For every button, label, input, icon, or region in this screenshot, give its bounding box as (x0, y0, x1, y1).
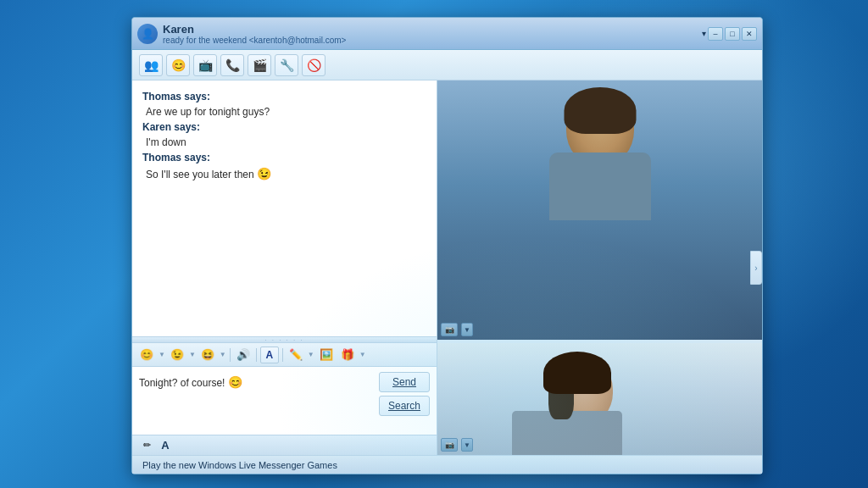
status-text: Play the new Windows Live Messenger Game… (142, 460, 337, 470)
video-dropdown-top[interactable]: ▼ (461, 323, 473, 336)
text-2: I'm down (142, 135, 426, 150)
sender-1: Thomas says: (142, 89, 426, 104)
emoticons-icon: 😊 (171, 58, 186, 72)
title-info: Karen ready for the weekend <karentoh@ho… (163, 23, 346, 45)
title-controls: ▾ – □ ✕ (702, 27, 757, 41)
dropdown-3-icon[interactable]: ▼ (220, 351, 226, 358)
video-bottom: 📷 ▼ (437, 343, 762, 455)
bottom-toolbar: ✏ A (132, 435, 437, 455)
dropdown-2-icon[interactable]: ▼ (189, 351, 196, 358)
main-toolbar: 👥 😊 📺 📞 🎬 🔧 🚫 (132, 50, 762, 80)
emoji-separator-2 (256, 348, 257, 362)
message-input-text: Tonight? of course! 😊 (139, 372, 374, 392)
collapse-video-button[interactable]: › (750, 251, 762, 285)
minimize-button[interactable]: – (708, 27, 723, 41)
text-1: Are we up for tonight guys? (142, 104, 426, 119)
video-top-feed (437, 80, 762, 340)
message-2: Karen says: I'm down (142, 119, 426, 150)
video-bottom-controls: 📷 ▼ (441, 438, 473, 452)
close-button[interactable]: ✕ (742, 27, 757, 41)
contact-avatar: 👤 (137, 24, 158, 44)
video-dropdown-bottom[interactable]: ▼ (461, 438, 473, 452)
wink-button[interactable]: 😉 (168, 347, 186, 363)
input-area: Tonight? of course! 😊 Send Search (132, 367, 437, 435)
phone-button[interactable]: 📞 (220, 54, 244, 76)
contact-name: Karen (163, 23, 346, 36)
message-3: Thomas says: So I'll see you later then … (142, 150, 426, 183)
camera-icon-top[interactable]: 📷 (441, 323, 458, 336)
input-wrapper: Tonight? of course! 😊 (139, 372, 374, 430)
volume-button[interactable]: 🔊 (234, 347, 253, 363)
video-button[interactable]: 📺 (193, 54, 217, 76)
font-bottom-icon[interactable]: A (158, 438, 173, 453)
title-bar-left: 👤 Karen ready for the weekend <karentoh@… (137, 23, 346, 45)
font-button[interactable]: A (260, 347, 279, 363)
dropdown-4-icon[interactable]: ▼ (308, 351, 314, 358)
video-top: 📷 ▼ (437, 80, 762, 343)
pencil-bottom-icon[interactable]: ✏ (139, 438, 154, 453)
dropdown-1-icon[interactable]: ▼ (159, 351, 165, 358)
sender-3: Thomas says: (142, 150, 426, 165)
arrow-down-icon: ▾ (702, 29, 706, 38)
sender-2: Karen says: (142, 119, 426, 135)
block-icon: 🚫 (307, 58, 321, 72)
status-bar: Play the new Windows Live Messenger Game… (132, 455, 762, 474)
laugh-button[interactable]: 😆 (198, 347, 217, 363)
video-icon: 📺 (198, 58, 213, 72)
contact-status: ready for the weekend <karentoh@hotmail.… (163, 36, 346, 45)
tools-button[interactable]: 🔧 (275, 54, 298, 76)
smiley-in-input: 😊 (228, 375, 242, 389)
messenger-window: 👤 Karen ready for the weekend <karentoh@… (131, 17, 763, 474)
chat-panel: Thomas says: Are we up for tonight guys?… (132, 80, 437, 455)
wink-emoji: 😉 (257, 165, 271, 183)
dropdown-5-icon[interactable]: ▼ (359, 351, 366, 358)
emoji-separator-3 (282, 348, 283, 362)
block-button[interactable]: 🚫 (302, 54, 326, 76)
pen-button[interactable]: ✏️ (287, 347, 305, 363)
text-3: So I'll see you later then 😉 (142, 165, 426, 183)
smiley-button[interactable]: 😊 (137, 347, 156, 363)
emoji-toolbar: 😊 ▼ 😉 ▼ 😆 ▼ 🔊 A ✏️ ▼ 🖼️ 🎁 ▼ (132, 343, 437, 367)
add-contact-button[interactable]: 👥 (139, 54, 163, 76)
content-area: Thomas says: Are we up for tonight guys?… (132, 80, 762, 455)
search-button[interactable]: Search (379, 396, 430, 416)
camera-icon-bottom[interactable]: 📷 (441, 438, 458, 452)
person-2-hair (543, 352, 611, 394)
input-buttons: Send Search (379, 372, 430, 430)
message-area: Thomas says: Are we up for tonight guys?… (132, 80, 437, 336)
games-button[interactable]: 🎬 (248, 54, 271, 76)
phone-icon: 📞 (225, 58, 240, 72)
tools-icon: 🔧 (280, 58, 294, 72)
games-icon: 🎬 (253, 58, 267, 72)
send-button[interactable]: Send (379, 372, 430, 392)
add-contact-icon: 👥 (144, 58, 159, 72)
maximize-button[interactable]: □ (725, 27, 740, 41)
emoji-separator-1 (230, 348, 231, 362)
video-top-controls: 📷 ▼ (441, 323, 473, 336)
photo-button[interactable]: 🖼️ (317, 347, 336, 363)
title-bar: 👤 Karen ready for the weekend <karentoh@… (132, 18, 762, 50)
person-1-hair (564, 87, 636, 134)
message-1: Thomas says: Are we up for tonight guys? (142, 89, 426, 119)
gift-button[interactable]: 🎁 (338, 347, 357, 363)
video-bottom-feed (437, 343, 762, 455)
emoticons-button[interactable]: 😊 (166, 54, 190, 76)
resize-handle[interactable]: · · · · · · (132, 336, 437, 343)
video-panel: 📷 ▼ 📷 ▼ › (437, 80, 762, 455)
